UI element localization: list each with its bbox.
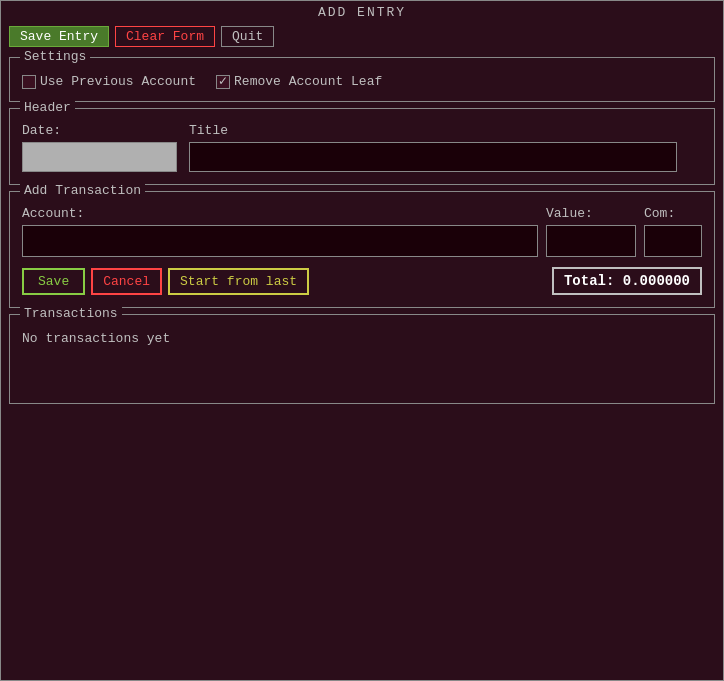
use-previous-account-label: Use Previous Account bbox=[40, 74, 196, 89]
add-transaction-label: Add Transaction bbox=[20, 183, 145, 198]
use-previous-account-item[interactable]: Use Previous Account bbox=[22, 74, 196, 89]
transaction-fields: Account: Value: Com: bbox=[22, 202, 702, 257]
account-label: Account: bbox=[22, 206, 538, 221]
cancel-transaction-button[interactable]: Cancel bbox=[91, 268, 162, 295]
total-display: Total: 0.000000 bbox=[552, 267, 702, 295]
account-input[interactable] bbox=[22, 225, 538, 257]
clear-form-button[interactable]: Clear Form bbox=[115, 26, 215, 47]
settings-label: Settings bbox=[20, 49, 90, 64]
header-fields: Date: Title bbox=[22, 119, 702, 172]
quit-button[interactable]: Quit bbox=[221, 26, 274, 47]
transaction-buttons: Save Cancel Start from last bbox=[22, 268, 309, 295]
date-input[interactable] bbox=[22, 142, 177, 172]
com-label: Com: bbox=[644, 206, 702, 221]
value-input[interactable] bbox=[546, 225, 636, 257]
title-field-group: Title bbox=[189, 123, 677, 172]
save-transaction-button[interactable]: Save bbox=[22, 268, 85, 295]
settings-section: Settings Use Previous Account Remove Acc… bbox=[9, 57, 715, 102]
value-field-group: Value: bbox=[546, 206, 636, 257]
toolbar: Save Entry Clear Form Quit bbox=[1, 22, 723, 53]
title-input[interactable] bbox=[189, 142, 677, 172]
main-window: ADD ENTRY Save Entry Clear Form Quit Set… bbox=[0, 0, 724, 681]
transactions-section: Transactions No transactions yet bbox=[9, 314, 715, 404]
settings-row: Use Previous Account Remove Account Leaf bbox=[22, 68, 702, 89]
start-from-last-button[interactable]: Start from last bbox=[168, 268, 309, 295]
date-label: Date: bbox=[22, 123, 177, 138]
no-transactions-message: No transactions yet bbox=[22, 325, 702, 346]
remove-account-leaf-label: Remove Account Leaf bbox=[234, 74, 382, 89]
value-label: Value: bbox=[546, 206, 636, 221]
save-entry-button[interactable]: Save Entry bbox=[9, 26, 109, 47]
total-value: 0.000000 bbox=[623, 273, 690, 289]
window-title: ADD ENTRY bbox=[318, 5, 406, 20]
header-section: Header Date: Title bbox=[9, 108, 715, 185]
use-previous-account-checkbox[interactable] bbox=[22, 75, 36, 89]
add-transaction-section: Add Transaction Account: Value: Com: Sav… bbox=[9, 191, 715, 308]
title-label: Title bbox=[189, 123, 677, 138]
account-field-group: Account: bbox=[22, 206, 538, 257]
title-bar: ADD ENTRY bbox=[1, 1, 723, 22]
com-input[interactable] bbox=[644, 225, 702, 257]
date-field-group: Date: bbox=[22, 123, 177, 172]
total-label: Total: bbox=[564, 273, 614, 289]
header-label: Header bbox=[20, 100, 75, 115]
transactions-label: Transactions bbox=[20, 306, 122, 321]
com-field-group: Com: bbox=[644, 206, 702, 257]
remove-account-leaf-item[interactable]: Remove Account Leaf bbox=[216, 74, 382, 89]
transaction-actions: Save Cancel Start from last Total: 0.000… bbox=[22, 267, 702, 295]
remove-account-leaf-checkbox[interactable] bbox=[216, 75, 230, 89]
